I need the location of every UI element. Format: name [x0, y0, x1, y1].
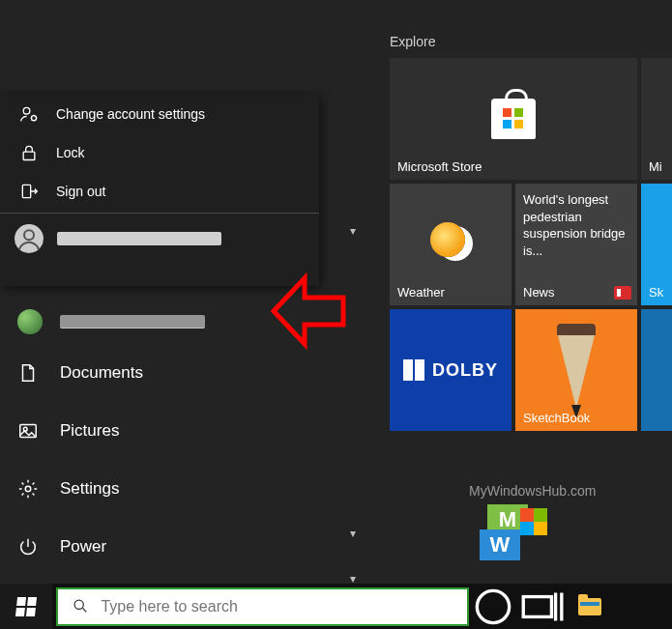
- tile-caption: Weather: [397, 285, 506, 300]
- tile-weather[interactable]: Weather: [390, 184, 511, 305]
- chevron-down-icon[interactable]: ▾: [350, 224, 356, 238]
- tile-partial-right[interactable]: [641, 309, 672, 431]
- tile-caption: Mi: [649, 159, 672, 174]
- settings-button[interactable]: Settings: [0, 460, 251, 518]
- user-avatar-icon: [15, 224, 44, 253]
- account-context-menu: Change account settings Lock Sign out: [0, 95, 319, 286]
- pictures-icon: [17, 420, 39, 442]
- lock-icon: [19, 143, 39, 162]
- start-left-rail: Documents Pictures Settings Power: [0, 300, 251, 576]
- search-input[interactable]: [101, 598, 453, 615]
- tile-caption: Sk: [649, 285, 672, 300]
- watermark-logo: M W: [487, 504, 538, 562]
- task-view-button[interactable]: [517, 584, 566, 629]
- sign-out-item[interactable]: Sign out: [0, 172, 319, 211]
- change-account-settings-item[interactable]: Change account settings: [0, 95, 319, 133]
- svg-point-8: [74, 600, 83, 609]
- svg-rect-10: [523, 596, 551, 616]
- svg-rect-3: [22, 185, 30, 197]
- current-user-name: [60, 315, 205, 329]
- documents-button[interactable]: Documents: [0, 344, 251, 402]
- watermark-text: MyWindowsHub.com: [469, 483, 596, 499]
- pictures-button[interactable]: Pictures: [0, 402, 251, 460]
- pencil-icon: [557, 331, 596, 409]
- tile-dolby[interactable]: DOLBY: [390, 309, 511, 431]
- file-explorer-button[interactable]: [566, 584, 614, 629]
- chevron-down-icon[interactable]: ▾: [350, 527, 356, 540]
- svg-point-4: [24, 230, 34, 240]
- store-bag-icon: [491, 99, 536, 139]
- start-button[interactable]: [0, 584, 52, 629]
- switch-user-item[interactable]: [0, 215, 319, 262]
- power-button[interactable]: Power: [0, 518, 251, 576]
- power-label: Power: [60, 537, 106, 557]
- lock-label: Lock: [56, 145, 85, 160]
- svg-point-9: [477, 590, 509, 622]
- windows-logo-icon: [15, 597, 37, 616]
- documents-label: Documents: [60, 363, 143, 383]
- svg-point-7: [25, 486, 31, 492]
- current-user-button[interactable]: [0, 300, 251, 344]
- user-avatar-icon: [17, 309, 43, 334]
- gear-icon: [17, 478, 39, 500]
- power-icon: [17, 536, 39, 558]
- tile-sketchbook[interactable]: SketchBook: [515, 309, 637, 431]
- search-icon: [72, 597, 89, 616]
- other-user-name: [57, 232, 221, 245]
- settings-label: Settings: [60, 479, 119, 499]
- tile-partial-right[interactable]: Mi: [641, 58, 672, 180]
- news-headline: World's longest pedestrian suspension br…: [523, 189, 629, 259]
- tile-news[interactable]: World's longest pedestrian suspension br…: [515, 184, 637, 305]
- tile-caption: Microsoft Store: [397, 159, 631, 174]
- tiles-grid: Microsoft Store Mi Weather World's longe…: [390, 58, 672, 431]
- sign-out-label: Sign out: [56, 184, 105, 199]
- pictures-label: Pictures: [60, 421, 119, 441]
- tile-microsoft-store[interactable]: Microsoft Store: [390, 58, 637, 180]
- change-account-settings-label: Change account settings: [56, 106, 205, 122]
- taskbar: [0, 584, 672, 629]
- taskbar-search[interactable]: [56, 587, 469, 626]
- document-icon: [17, 362, 39, 384]
- cortana-button[interactable]: [469, 584, 517, 629]
- folder-icon: [578, 598, 601, 615]
- svg-rect-2: [23, 152, 35, 159]
- dolby-text: DOLBY: [432, 360, 498, 381]
- user-gear-icon: [19, 104, 39, 124]
- tiles-group-heading[interactable]: Explore: [390, 34, 435, 49]
- svg-point-0: [23, 107, 30, 114]
- lock-item[interactable]: Lock: [0, 133, 319, 172]
- weather-icon: [430, 222, 465, 257]
- tile-caption: SketchBook: [523, 411, 631, 425]
- tile-partial-sky[interactable]: Sk: [641, 184, 672, 305]
- dolby-icon: [403, 359, 426, 381]
- sign-out-icon: [19, 182, 39, 201]
- news-badge-icon: [614, 286, 631, 300]
